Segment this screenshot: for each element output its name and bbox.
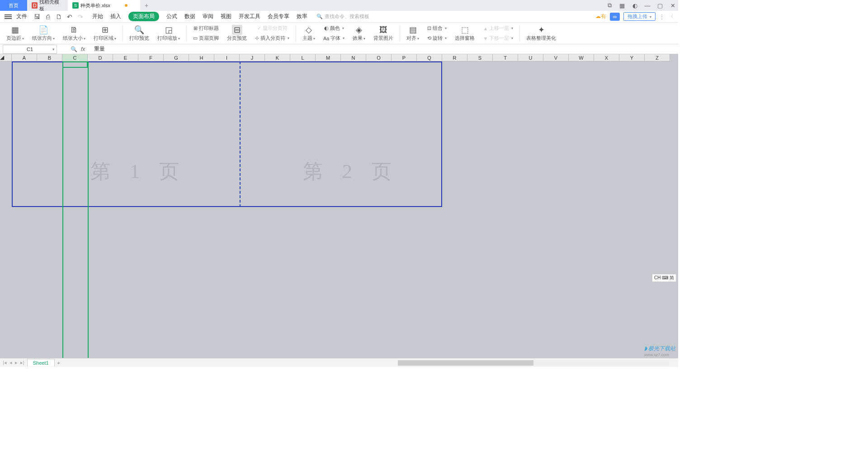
ribbon-rotate[interactable]: ⟲旋转▾: [427, 34, 447, 43]
col-header[interactable]: L: [290, 54, 316, 61]
redo-icon[interactable]: ↷: [77, 13, 84, 20]
tab-template[interactable]: D 找稻壳模板: [27, 0, 68, 11]
sheet-nav-last-icon[interactable]: ▸|: [20, 360, 24, 366]
ribbon-font[interactable]: Aa 字体▾: [323, 34, 344, 43]
ribbon-size[interactable]: 🗎纸张大小▾: [60, 23, 88, 44]
col-header[interactable]: P: [392, 54, 417, 61]
col-header[interactable]: B: [37, 54, 62, 61]
menu-tab-4[interactable]: 数据: [184, 13, 195, 20]
menu-tab-1[interactable]: 插入: [110, 13, 121, 20]
menu-file[interactable]: 文件: [16, 13, 27, 20]
ribbon-effect[interactable]: ◈效果▾: [350, 23, 368, 44]
page-break-col-c-left[interactable]: [62, 61, 63, 358]
formula-input[interactable]: 重量: [94, 45, 105, 53]
ribbon-selection-pane[interactable]: ⬚选择窗格: [452, 23, 477, 44]
menu-tab-3[interactable]: 公式: [166, 13, 177, 20]
print-preview-quick-icon[interactable]: 🗋: [55, 13, 62, 20]
col-headers: ABCDEFGHIJKLMNOPQRSTUVWXYZ: [12, 54, 670, 61]
col-header[interactable]: J: [240, 54, 265, 61]
menubar: 文件 🖫 ⎙ 🗋 ↶ ↷ 开始插入页面布局公式数据审阅视图开发工具会员专享效率 …: [0, 11, 678, 23]
ribbon-print-preview[interactable]: 🔍打印预览: [127, 23, 152, 44]
name-box[interactable]: C1▾: [3, 45, 57, 54]
sheet-nav-next-icon[interactable]: ▸: [15, 360, 18, 366]
menu-tab-7[interactable]: 开发工具: [239, 13, 260, 20]
search-placeholder: 查找命令、搜索模板: [325, 13, 369, 20]
col-header[interactable]: Z: [645, 54, 670, 61]
col-header[interactable]: E: [113, 54, 138, 61]
ribbon-page-break-preview[interactable]: ⊟分页预览: [224, 23, 250, 44]
undo-icon[interactable]: ↶: [66, 13, 73, 20]
ribbon-bgimage[interactable]: 🖼背景图片: [371, 23, 396, 44]
ribbon-color[interactable]: ◐颜色▾: [324, 24, 344, 33]
maximize-icon[interactable]: ▢: [656, 2, 664, 9]
col-header[interactable]: R: [442, 54, 467, 61]
col-header[interactable]: H: [189, 54, 214, 61]
page-break-col-c-right[interactable]: [88, 61, 89, 358]
ribbon-insert-break[interactable]: ⊹插入分页符▾: [255, 34, 289, 43]
col-header[interactable]: A: [12, 54, 37, 61]
apps-icon[interactable]: ▦: [618, 2, 626, 9]
col-header[interactable]: O: [366, 54, 392, 61]
col-header[interactable]: Y: [619, 54, 645, 61]
tab-file-active[interactable]: S 种类单价.xlsx: [68, 0, 140, 11]
sheet-area: ◢ ABCDEFGHIJKLMNOPQRSTUVWXYZ 第 1 页 第 2 页…: [0, 54, 678, 358]
menu-search[interactable]: 🔍 查找命令、搜索模板: [316, 13, 369, 20]
watermark-page1: 第 1 页: [90, 158, 186, 185]
col-header[interactable]: M: [316, 54, 341, 61]
layout-icon[interactable]: ⧉: [606, 2, 613, 9]
col-header[interactable]: S: [467, 54, 493, 61]
menu-tab-0[interactable]: 开始: [92, 13, 103, 20]
col-header[interactable]: D: [88, 54, 113, 61]
menu-more-icon[interactable]: 〈: [668, 13, 674, 20]
cancel-formula-icon[interactable]: 🔍: [71, 46, 77, 52]
select-all-corner[interactable]: ◢: [0, 54, 12, 61]
col-header[interactable]: I: [214, 54, 240, 61]
cloud-icon[interactable]: ☁有: [595, 13, 606, 20]
sheet-nav-prev-icon[interactable]: ◂: [9, 360, 12, 366]
col-header[interactable]: Q: [417, 54, 442, 61]
ribbon-header-footer[interactable]: ▭页眉页脚: [193, 34, 219, 43]
page-break-dashed[interactable]: [240, 61, 241, 207]
col-header[interactable]: T: [493, 54, 518, 61]
ime-badge[interactable]: CH ⌨ 简: [652, 274, 676, 282]
col-header[interactable]: W: [569, 54, 594, 61]
col-header[interactable]: C: [62, 54, 88, 61]
sheet-tab-active[interactable]: Sheet1: [27, 359, 55, 367]
hamburger-icon[interactable]: [5, 14, 12, 19]
tab-new[interactable]: +: [140, 0, 154, 11]
col-header[interactable]: N: [341, 54, 366, 61]
ribbon-orientation[interactable]: 📄纸张方向▾: [29, 23, 57, 44]
upload-button[interactable]: 拖拽上传 ▾: [623, 12, 656, 21]
sheet-nav-first-icon[interactable]: |◂: [3, 360, 7, 366]
save-icon[interactable]: 🖫: [33, 13, 41, 20]
col-header[interactable]: F: [138, 54, 164, 61]
user-icon[interactable]: ◐: [631, 2, 638, 9]
print-quick-icon[interactable]: ⎙: [44, 13, 52, 20]
close-icon[interactable]: ✕: [669, 2, 676, 9]
menu-tab-2[interactable]: 页面布局: [128, 12, 159, 21]
ribbon-theme[interactable]: ◇主题▾: [300, 23, 318, 44]
sync-badge-icon[interactable]: ∞: [610, 13, 620, 21]
fx-icon[interactable]: fx: [81, 46, 85, 52]
menu-tab-9[interactable]: 效率: [297, 13, 307, 20]
col-header[interactable]: X: [594, 54, 619, 61]
menu-tab-5[interactable]: 审阅: [203, 13, 213, 20]
ribbon-print-area[interactable]: ⊞打印区域▾: [91, 23, 119, 44]
col-header[interactable]: V: [543, 54, 569, 61]
col-header[interactable]: G: [164, 54, 189, 61]
tab-home[interactable]: 首页: [0, 0, 27, 11]
col-header[interactable]: U: [518, 54, 543, 61]
horizontal-scrollbar[interactable]: [398, 360, 669, 366]
menu-tab-8[interactable]: 会员专享: [268, 13, 289, 20]
menu-tab-6[interactable]: 视图: [221, 13, 231, 20]
menu-collapse-icon[interactable]: ⋮: [659, 14, 665, 20]
ribbon-beautify[interactable]: ✦表格整理美化: [524, 23, 559, 44]
minimize-icon[interactable]: —: [644, 2, 651, 9]
sheet-add-icon[interactable]: +: [57, 360, 60, 366]
col-header[interactable]: K: [265, 54, 290, 61]
ribbon-group-btn[interactable]: ⊡组合▾: [427, 24, 447, 33]
ribbon-print-scale[interactable]: ◲打印缩放▾: [155, 23, 183, 44]
ribbon-print-titles[interactable]: ⊞打印标题: [193, 24, 219, 33]
ribbon-align[interactable]: ▤对齐▾: [404, 23, 422, 44]
ribbon-margin[interactable]: ▦页边距▾: [4, 23, 27, 44]
